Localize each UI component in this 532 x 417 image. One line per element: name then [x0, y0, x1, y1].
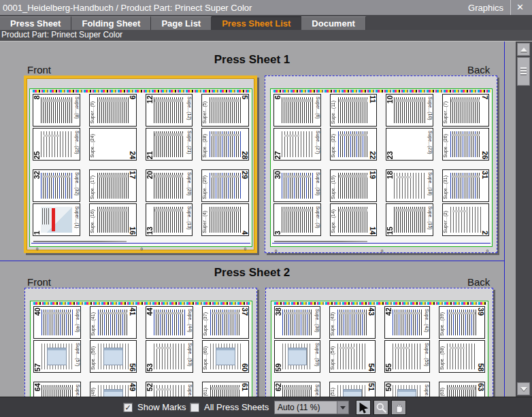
page-content-thumbnail — [41, 131, 72, 157]
press-sheet-front[interactable]: 40Supe...(40)41Supe...(41)44Supe...(44)3… — [24, 288, 257, 397]
tab-page-list[interactable]: Page List — [151, 16, 212, 30]
page-cell[interactable]: 5Super...(5) — [201, 94, 249, 127]
tab-press-sheet[interactable]: Press Sheet — [0, 16, 71, 30]
press-sheet-back[interactable]: 38Supe...(38)43Supe...(43)42Supe...(42)3… — [265, 288, 493, 397]
ruler-zero-mark: 0 — [36, 247, 38, 251]
close-icon[interactable]: ✕ — [510, 0, 529, 15]
page-cell[interactable]: 9Super...(9) — [89, 94, 137, 127]
page-cell[interactable]: 4Super...(4) — [201, 203, 249, 236]
page-cell[interactable]: 44Supe...(44) — [146, 306, 193, 339]
page-cell[interactable]: 22Supe...(22) — [330, 128, 378, 161]
page-content-thumbnail — [282, 310, 312, 335]
graphics-menu[interactable]: Graphics — [468, 3, 503, 13]
page-name-label: Supe...(56) — [90, 346, 95, 370]
page-cell[interactable]: 26Supe...(26) — [442, 128, 490, 161]
zoom-tool-button[interactable] — [373, 400, 388, 415]
page-cell[interactable]: 3Super...(3) — [273, 203, 321, 236]
page-cell[interactable]: 11Supe...(11) — [330, 94, 378, 127]
page-cell[interactable]: 62Supe...(62) — [274, 382, 320, 397]
page-cell[interactable]: 43Supe...(43) — [329, 306, 376, 339]
show-marks-checkbox[interactable]: ✓ — [123, 403, 133, 412]
page-cell[interactable]: 52Supe...(52) — [146, 382, 193, 397]
page-cell[interactable]: 2Super...(2) — [442, 203, 490, 236]
page-cell[interactable]: 53Supe...(53) — [146, 340, 193, 373]
page-cell[interactable]: 58Supe...(58) — [439, 340, 485, 373]
page-cell[interactable]: 31Supe...(31) — [442, 169, 490, 202]
page-cell[interactable]: 14Supe...(14) — [330, 203, 378, 236]
page-cell[interactable]: 8Super...(8) — [33, 94, 80, 127]
zoom-level-value: Auto (11 %) — [275, 403, 337, 412]
tab-folding-sheet[interactable]: Folding Sheet — [71, 16, 151, 30]
page-cell[interactable]: 12Supe...(12) — [146, 94, 193, 127]
scroll-up-button[interactable] — [517, 43, 530, 56]
page-name-label: Super...(4) — [202, 211, 207, 233]
page-name-label: Supe...(28) — [202, 134, 207, 158]
page-cell[interactable]: 30Supe...(30) — [273, 169, 321, 202]
zoom-level-select[interactable]: Auto (11 %) — [274, 401, 349, 414]
page-cell[interactable]: 39Supe...(39) — [439, 306, 485, 339]
page-cell[interactable]: 49Supe...(49) — [90, 382, 137, 397]
page-cell[interactable]: 27Supe...(27) — [273, 128, 321, 161]
imprint-line — [33, 241, 127, 242]
page-cell[interactable]: 17Supe...(17) — [89, 169, 137, 202]
page-content-thumbnail — [394, 131, 425, 157]
page-cell[interactable]: 29Supe...(29) — [201, 169, 249, 202]
page-cell[interactable]: 7Super...(7) — [442, 94, 490, 127]
show-marks-label[interactable]: Show Marks — [137, 403, 186, 412]
page-grid-half: 62Supe...(62)51Supe...(51)50Supe...(50)6… — [274, 382, 485, 397]
scroll-down-button[interactable] — [517, 382, 530, 395]
page-name-label: Supe...(15) — [428, 206, 433, 230]
page-cell[interactable]: 16Supe...(16) — [89, 203, 137, 236]
all-press-sheets-checkbox[interactable] — [190, 403, 199, 412]
page-name-label: Supe...(58) — [439, 346, 444, 370]
page-cell[interactable]: 37Supe...(37) — [202, 306, 250, 339]
page-cell[interactable]: 64Supe...(64) — [33, 382, 81, 397]
hand-icon — [393, 402, 405, 414]
pan-tool-button[interactable] — [391, 400, 406, 415]
page-cell[interactable]: 40Supe...(40) — [33, 306, 81, 339]
page-cell[interactable]: 15Supe...(15) — [386, 203, 433, 236]
page-cell[interactable]: 63Supe...(63) — [439, 382, 485, 397]
page-content-thumbnail — [41, 310, 73, 335]
tab-press-sheet-list[interactable]: Press Sheet List — [212, 16, 301, 30]
page-cell[interactable]: 41Supe...(41) — [90, 306, 137, 339]
page-cell[interactable]: 13Supe...(13) — [146, 203, 193, 236]
page-cell[interactable]: 19Supe...(19) — [330, 169, 378, 202]
scrollbar-thumb[interactable] — [517, 57, 530, 86]
page-content-thumbnail — [447, 310, 477, 335]
page-cell[interactable]: 38Supe...(38) — [274, 306, 320, 339]
vertical-scrollbar[interactable] — [516, 41, 532, 397]
page-cell[interactable]: 55Supe...(55) — [384, 340, 431, 373]
page-cell[interactable]: 25Supe...(25) — [33, 128, 80, 161]
page-cell[interactable]: 1Super...(1) — [33, 203, 80, 236]
page-content-thumbnail — [282, 97, 313, 123]
page-cell[interactable]: 61Supe...(61) — [202, 382, 250, 397]
page-cell[interactable]: 56Supe...(56) — [90, 340, 137, 373]
press-sheet-back[interactable]: 6Super...(6)11Supe...(11)10Supe...(10)7S… — [265, 76, 497, 253]
page-cell[interactable]: 6Super...(6) — [273, 94, 321, 127]
page-cell[interactable]: 42Supe...(42) — [384, 306, 431, 339]
page-cell[interactable]: 21Supe...(21) — [146, 128, 193, 161]
triangle-down-icon — [520, 387, 527, 391]
page-cell[interactable]: 28Supe...(28) — [201, 128, 249, 161]
page-number: 44 — [146, 307, 154, 316]
page-content-thumbnail — [210, 310, 242, 335]
dropdown-arrow-button[interactable] — [337, 401, 348, 414]
page-cell[interactable]: 51Supe...(51) — [329, 382, 376, 397]
page-cell[interactable]: 23Supe...(23) — [386, 128, 433, 161]
tab-document[interactable]: Document — [301, 16, 366, 30]
page-cell[interactable]: 54Supe...(54) — [329, 340, 376, 373]
page-cell[interactable]: 20Supe...(20) — [146, 169, 193, 202]
page-cell[interactable]: 50Supe...(50) — [384, 382, 431, 397]
page-cell[interactable]: 10Supe...(10) — [386, 94, 433, 127]
page-cell[interactable]: 18Supe...(18) — [386, 169, 433, 202]
page-cell[interactable]: 24Supe...(24) — [89, 128, 137, 161]
page-number: 18 — [386, 171, 394, 179]
pointer-tool-button[interactable] — [356, 400, 371, 415]
page-cell[interactable]: 32Supe...(32) — [33, 169, 80, 202]
page-cell[interactable]: 60Supe...(60) — [202, 340, 250, 373]
page-cell[interactable]: 57Supe...(57) — [33, 340, 81, 373]
all-press-sheets-label[interactable]: All Press Sheets — [204, 403, 269, 412]
page-cell[interactable]: 59Supe...(59) — [274, 340, 320, 373]
press-sheet-front[interactable]: 8Super...(8)9Super...(9)12Supe...(12)5Su… — [24, 76, 257, 253]
